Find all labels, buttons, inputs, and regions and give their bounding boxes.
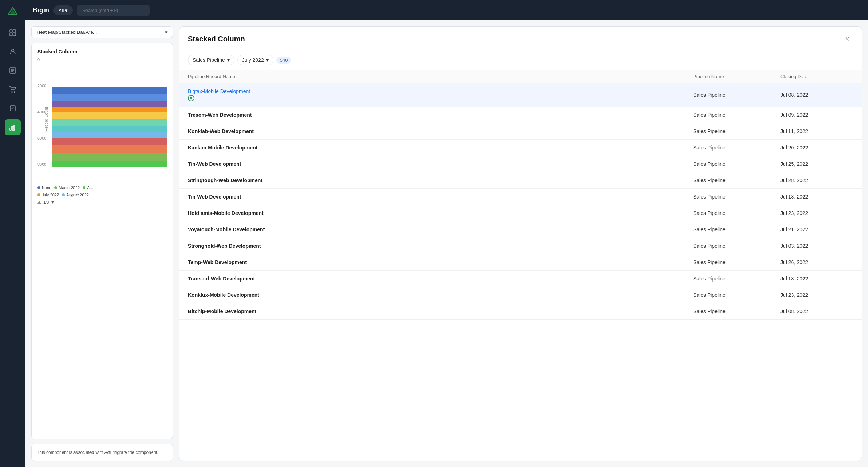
table-row: Tin-Web DevelopmentSales PipelineJul 18,… — [179, 189, 862, 205]
info-card: This component is associated with Acti m… — [31, 444, 173, 461]
legend-next-icon[interactable] — [51, 201, 55, 204]
closing-date-cell: Jul 03, 2022 — [780, 243, 853, 249]
table-row: Holdlamis-Mobile DevelopmentSales Pipeli… — [179, 205, 862, 221]
legend-dot-april — [83, 186, 85, 189]
stacked-bar — [52, 87, 167, 167]
record-name: Tresom-Web Development — [188, 112, 693, 118]
sidebar — [0, 0, 25, 467]
sidebar-item-analytics[interactable] — [5, 119, 21, 135]
closing-date-cell: Jul 08, 2022 — [780, 92, 853, 98]
chart-card: Stacked Column 8000 6000 4000 2000 0 Rec… — [31, 43, 173, 439]
main-area: Bigin ▽ All ▾ Heat Map/Stacked Bar/Are..… — [25, 0, 868, 467]
modal-header: Stacked Column × — [179, 27, 862, 50]
record-name: Konklux-Mobile Development — [188, 292, 693, 298]
legend-item-august2022: August 2022 — [62, 193, 89, 197]
record-name: Temp-Web Development — [188, 259, 693, 265]
legend-dot-august2022 — [62, 193, 65, 196]
table-row: Bitchip-Mobile DevelopmentSales Pipeline… — [179, 303, 862, 320]
pipeline-name-cell: Sales Pipeline — [693, 308, 780, 314]
all-filter-button[interactable]: ▽ All ▾ — [53, 5, 73, 15]
bar-segment — [52, 153, 167, 161]
pipeline-name-cell: Sales Pipeline — [693, 92, 780, 98]
pipeline-name-cell: Sales Pipeline — [693, 259, 780, 265]
svg-rect-5 — [13, 33, 16, 36]
bar-segment — [52, 112, 167, 119]
legend-dot-none — [37, 186, 40, 189]
bar-segment — [52, 101, 167, 107]
closing-date-cell: Jul 11, 2022 — [780, 128, 853, 134]
sidebar-item-contacts[interactable] — [5, 44, 21, 60]
modal-filters: Sales Pipeline ▾ July 2022 ▾ 540 — [179, 50, 862, 70]
pipeline-name-cell: Sales Pipeline — [693, 276, 780, 282]
legend-item-none: None — [37, 185, 51, 190]
pipeline-name-cell: Sales Pipeline — [693, 292, 780, 298]
record-name: Holdlamis-Mobile Development — [188, 210, 693, 216]
content-area: Heat Map/Stacked Bar/Are... ▾ Stacked Co… — [25, 20, 868, 467]
legend-dot-july2022 — [37, 193, 40, 196]
svg-rect-14 — [10, 128, 11, 130]
pipeline-name-cell: Sales Pipeline — [693, 177, 780, 183]
pipeline-name-cell: Sales Pipeline — [693, 227, 780, 232]
app-logo[interactable] — [5, 4, 20, 19]
table-row: Temp-Web DevelopmentSales PipelineJul 26… — [179, 254, 862, 271]
record-name: Bitchip-Mobile Development — [188, 308, 693, 314]
chart-type-selector[interactable]: Heat Map/Stacked Bar/Are... ▾ — [31, 26, 173, 38]
date-filter-button[interactable]: July 2022 ▾ — [237, 55, 273, 65]
chart-legend: None March 2022 A... July 2022 — [37, 185, 167, 204]
closing-date-cell: Jul 28, 2022 — [780, 177, 853, 183]
closing-date-cell: Jul 25, 2022 — [780, 161, 853, 167]
bar-segment — [52, 94, 167, 101]
table-row: Bigtax-Mobile DevelopmentSales PipelineJ… — [179, 83, 862, 107]
modal-panel: Stacked Column × Sales Pipeline ▾ July 2… — [179, 26, 862, 461]
chart-bars-container — [52, 57, 167, 167]
closing-date-cell: Jul 26, 2022 — [780, 259, 853, 265]
svg-point-12 — [14, 92, 15, 92]
svg-point-11 — [12, 92, 12, 92]
legend-prev-icon[interactable] — [37, 201, 41, 204]
table-row: Stronghold-Web DevelopmentSales Pipeline… — [179, 238, 862, 254]
modal-title: Stacked Column — [188, 35, 245, 43]
legend-nav: 1/3 — [37, 200, 55, 204]
table-header: Pipeline Record Name Pipeline Name Closi… — [179, 70, 862, 83]
table-row: Transcof-Web DevelopmentSales PipelineJu… — [179, 271, 862, 287]
bar-segment — [52, 87, 167, 94]
close-button[interactable]: × — [841, 33, 853, 45]
bar-segment — [52, 119, 167, 126]
y-axis-title: Record Count — [44, 107, 48, 132]
sidebar-item-dashboard[interactable] — [5, 25, 21, 41]
table-row: Kanlam-Mobile DevelopmentSales PipelineJ… — [179, 140, 862, 156]
count-badge: 540 — [276, 57, 292, 64]
bar-group — [52, 87, 167, 167]
record-name-link[interactable]: Bigtax-Mobile Development — [188, 88, 693, 94]
pipeline-name-cell: Sales Pipeline — [693, 210, 780, 216]
closing-date-cell: Jul 08, 2022 — [780, 308, 853, 314]
pipeline-name-cell: Sales Pipeline — [693, 161, 780, 167]
record-name: Transcof-Web Development — [188, 276, 693, 282]
closing-date-cell: Jul 09, 2022 — [780, 112, 853, 118]
pipeline-filter-button[interactable]: Sales Pipeline ▾ — [188, 55, 234, 65]
col-header-pipeline-name: Pipeline Name — [693, 74, 780, 79]
sidebar-item-cart[interactable] — [5, 81, 21, 97]
table-row: Konklux-Mobile DevelopmentSales Pipeline… — [179, 287, 862, 303]
brand-name: Bigin — [33, 7, 49, 14]
sidebar-item-list[interactable] — [5, 63, 21, 79]
table-body: Bigtax-Mobile DevelopmentSales PipelineJ… — [179, 83, 862, 461]
bar-segment — [52, 145, 167, 153]
record-name: Tin-Web Development — [188, 161, 693, 167]
svg-rect-15 — [12, 126, 13, 130]
legend-item-july2022: July 2022 — [37, 193, 59, 197]
record-name: Stringtough-Web Development — [188, 177, 693, 183]
search-input[interactable] — [77, 5, 150, 16]
chart-area: 8000 6000 4000 2000 0 Record Count — [37, 57, 167, 181]
col-header-closing-date: Closing Date — [780, 74, 853, 79]
record-name: Voyatouch-Mobile Development — [188, 227, 693, 232]
svg-rect-4 — [10, 33, 12, 36]
table-row: Voyatouch-Mobile DevelopmentSales Pipeli… — [179, 221, 862, 238]
record-name: Stronghold-Web Development — [188, 243, 693, 249]
sidebar-item-tasks[interactable] — [5, 100, 21, 116]
chart-card-title: Stacked Column — [37, 49, 167, 55]
svg-rect-3 — [13, 30, 16, 32]
legend-item-march2022: March 2022 — [54, 185, 80, 190]
closing-date-cell: Jul 20, 2022 — [780, 145, 853, 151]
closing-date-cell: Jul 18, 2022 — [780, 276, 853, 282]
